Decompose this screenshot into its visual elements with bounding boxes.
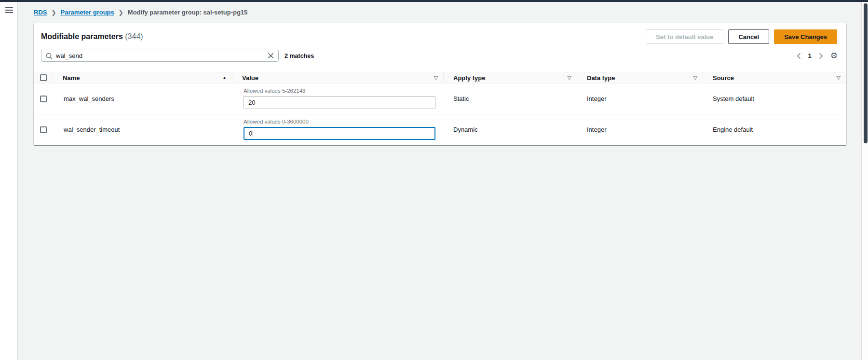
row-checkbox-cell: [34, 114, 53, 145]
parameter-name-cell: max_wal_senders: [53, 83, 232, 114]
column-label: Data type: [587, 74, 615, 82]
sort-toggle-icon[interactable]: ▽: [693, 75, 697, 81]
cancel-button[interactable]: Cancel: [728, 29, 769, 44]
parameter-name-cell: wal_sender_timeout: [53, 114, 232, 145]
apply-type-value: Static: [453, 95, 469, 102]
value-input[interactable]: 20: [244, 96, 435, 109]
parameter-count: (344): [125, 32, 143, 41]
search-icon: [46, 53, 53, 59]
table-header-row: Name ▲ Value ▽ Apply type ▽ Data type ▽: [34, 72, 846, 83]
column-header-source[interactable]: Source ▽: [703, 72, 846, 83]
search-input[interactable]: wal_send: [41, 50, 279, 62]
breadcrumb-current-page: Modify parameter group: sai-setup-pg15: [128, 9, 247, 16]
source-cell: Engine default: [703, 114, 846, 145]
chevron-right-icon: ❯: [51, 9, 56, 16]
panel-header: Modifiable parameters (344) Set to defau…: [34, 23, 846, 44]
text-cursor: [253, 130, 253, 137]
previous-page-icon[interactable]: [797, 53, 801, 59]
breadcrumb-parameter-groups-link[interactable]: Parameter groups: [61, 9, 114, 16]
parameter-name: max_wal_senders: [64, 95, 114, 102]
parameter-value-cell: Allowed values 0-3600000 0: [232, 114, 444, 145]
sort-toggle-icon[interactable]: ▽: [837, 75, 841, 81]
panel-title-group: Modifiable parameters (344): [41, 32, 143, 41]
value-input-text: 20: [248, 99, 255, 106]
column-header-name[interactable]: Name ▲: [53, 72, 232, 83]
data-type-value: Integer: [587, 95, 606, 102]
value-input-text: 0: [249, 130, 252, 137]
column-label: Value: [242, 74, 258, 82]
chevron-right-icon: ❯: [119, 9, 123, 16]
page-scrollbar[interactable]: [861, 2, 868, 360]
apply-type-cell: Static: [444, 83, 577, 114]
allowed-values-hint: Allowed values 0-3600000: [244, 119, 309, 125]
column-label: Source: [713, 74, 734, 82]
breadcrumb: RDS ❯ Parameter groups ❯ Modify paramete…: [34, 9, 247, 16]
data-type-value: Integer: [587, 126, 606, 133]
parameters-table: Name ▲ Value ▽ Apply type ▽ Data type ▽: [34, 72, 846, 145]
modifiable-parameters-panel: Modifiable parameters (344) Set to defau…: [34, 23, 846, 145]
page-title: Modifiable parameters: [41, 32, 123, 41]
parameter-name: wal_sender_timeout: [64, 126, 120, 133]
row-checkbox-cell: [34, 83, 53, 114]
column-label: Apply type: [453, 74, 485, 82]
next-page-icon[interactable]: [819, 53, 823, 59]
parameter-value-cell: Allowed values 5-262143 20: [232, 83, 444, 114]
value-input-focused[interactable]: 0: [244, 127, 435, 140]
sort-toggle-icon[interactable]: ▽: [568, 75, 571, 81]
apply-type-value: Dynamic: [453, 126, 478, 133]
data-type-cell: Integer: [577, 83, 703, 114]
pagination: 1 ⚙: [797, 52, 838, 60]
header-checkbox-cell: [34, 72, 53, 83]
main-content: RDS ❯ Parameter groups ❯ Modify paramete…: [18, 2, 861, 360]
filter-row: wal_send 2 matches 1 ⚙: [34, 50, 846, 62]
column-label: Name: [63, 74, 80, 82]
row-checkbox[interactable]: [40, 96, 47, 102]
current-page-number[interactable]: 1: [808, 52, 812, 59]
sort-ascending-icon: ▲: [222, 75, 227, 80]
table-row-max-wal-senders: max_wal_senders Allowed values 5-262143 …: [34, 83, 846, 114]
column-header-value[interactable]: Value ▽: [232, 72, 444, 83]
data-type-cell: Integer: [577, 114, 703, 145]
column-header-apply-type[interactable]: Apply type ▽: [444, 72, 577, 83]
settings-gear-icon[interactable]: ⚙: [830, 52, 838, 60]
table-row-wal-sender-timeout: wal_sender_timeout Allowed values 0-3600…: [34, 114, 846, 145]
source-value: System default: [713, 95, 754, 102]
source-value: Engine default: [713, 126, 753, 133]
search-input-value: wal_send: [56, 52, 268, 59]
clear-search-icon[interactable]: [268, 53, 274, 59]
source-cell: System default: [703, 83, 846, 114]
save-changes-button[interactable]: Save Changes: [774, 29, 837, 44]
hamburger-menu-icon[interactable]: [5, 7, 13, 14]
apply-type-cell: Dynamic: [444, 114, 577, 145]
collapsed-sidebar: [0, 2, 18, 360]
match-count-label: 2 matches: [285, 53, 314, 59]
row-checkbox[interactable]: [40, 126, 47, 133]
allowed-values-hint: Allowed values 5-262143: [244, 88, 306, 94]
sort-toggle-icon[interactable]: ▽: [434, 75, 438, 81]
column-header-data-type[interactable]: Data type ▽: [577, 72, 703, 83]
action-buttons: Set to default value Cancel Save Changes: [646, 29, 837, 44]
select-all-checkbox[interactable]: [40, 74, 47, 81]
scrollbar-thumb[interactable]: [864, 3, 868, 143]
set-to-default-button[interactable]: Set to default value: [646, 29, 723, 44]
top-nav-strip: [0, 0, 868, 2]
breadcrumb-rds-link[interactable]: RDS: [34, 9, 47, 16]
